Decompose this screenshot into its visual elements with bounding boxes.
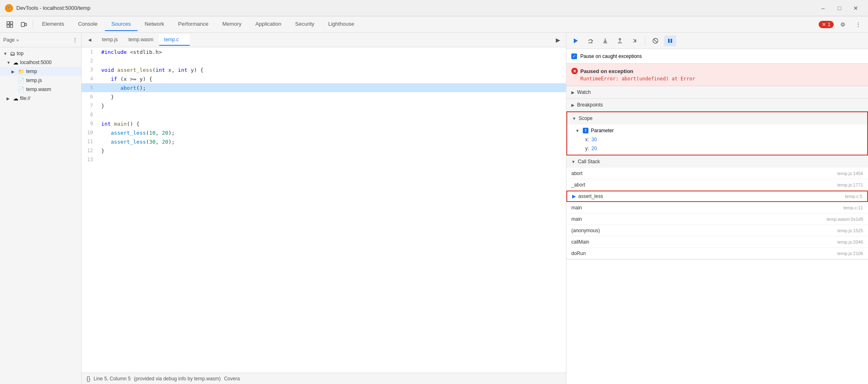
error-badge[interactable]: ✕ 1 — [819, 21, 834, 28]
code-content-2 — [98, 58, 566, 64]
tab-security[interactable]: Security — [289, 18, 321, 31]
code-line-5: 5 abort(); — [82, 83, 566, 92]
tree-item-fileprotocol[interactable]: ▶ ☁ file:// — [0, 94, 81, 103]
code-content-1: #include <stdlib.h> — [98, 49, 566, 55]
step-button[interactable] — [628, 36, 641, 46]
center-panel: ◀ temp.js temp.wasm temp.c ✕ ▶ 1 #includ… — [82, 33, 566, 384]
pause-exceptions-label: Pause on caught exceptions — [580, 53, 642, 59]
watch-section-header[interactable]: ▶ Watch — [566, 86, 868, 98]
tree-label-tempwasm: temp.wasm — [26, 87, 51, 92]
scope-x-key: x: — [585, 137, 589, 142]
tree-label-top: top — [17, 51, 24, 56]
callstack-item-abort[interactable]: abort temp.js:1456 — [566, 168, 868, 179]
tab-application[interactable]: Application — [249, 18, 288, 31]
tree-label-tempjs: temp.js — [26, 78, 42, 83]
status-bar: {} Line 5, Column 5 (provided via debug … — [82, 373, 566, 384]
code-line-3: 3 void assert_less(int x, int y) { — [82, 65, 566, 74]
editor-tab-tempc[interactable]: temp.c ✕ — [159, 34, 190, 46]
code-content-9: int main() { — [98, 121, 566, 127]
code-line-11: 11 assert_less(30, 20); — [82, 137, 566, 146]
callstack-item-dorun[interactable]: doRun temp.js:2106 — [566, 248, 868, 259]
settings-button[interactable]: ⚙ — [836, 19, 849, 30]
scope-x-value: 30 — [591, 137, 597, 142]
callstack-name-dorun: doRun — [571, 251, 837, 256]
tab-lighthouse[interactable]: Lighthouse — [322, 18, 361, 31]
pause-button[interactable] — [664, 36, 676, 46]
step-over-button[interactable] — [584, 36, 597, 46]
editor-tabs: ◀ temp.js temp.wasm temp.c ✕ ▶ — [82, 33, 566, 47]
breakpoints-label: Breakpoints — [577, 102, 603, 108]
pause-exceptions-checkbox[interactable] — [571, 53, 577, 59]
tree-item-tempwasm[interactable]: 📄 temp.wasm — [0, 85, 81, 94]
tree-item-top[interactable]: ▼ 🗂 top — [0, 49, 81, 58]
deactivate-breakpoints-button[interactable] — [649, 36, 662, 46]
folder-icon-top: 🗂 — [10, 51, 15, 57]
inspect-icon-button[interactable] — [3, 19, 16, 30]
callstack-section-header[interactable]: ▼ Call Stack — [566, 155, 868, 168]
editor-nav-back[interactable]: ◀ — [83, 34, 96, 46]
callstack-item-abort2[interactable]: _abort temp.js:1771 — [566, 179, 868, 191]
tab-performance[interactable]: Performance — [171, 18, 215, 31]
scope-arrow-icon: ▼ — [572, 116, 576, 121]
left-panel-header: Page » ⋮ — [0, 33, 81, 47]
editor-tab-tempjs[interactable]: temp.js — [97, 34, 123, 46]
device-toolbar-button[interactable] — [17, 19, 30, 30]
more-options-button[interactable]: ⋮ — [852, 19, 865, 30]
callstack-name-anonymous: (anonymous) — [571, 228, 837, 233]
tab-network[interactable]: Network — [138, 18, 171, 31]
code-editor[interactable]: 1 #include <stdlib.h> 2 3 void assert_le… — [82, 47, 566, 373]
callstack-item-main1[interactable]: main temp.c:11 — [566, 202, 868, 213]
code-content-11: assert_less(30, 20); — [98, 139, 566, 145]
line-num-9: 9 — [82, 121, 98, 127]
code-line-10: 10 assert_less(10, 20); — [82, 128, 566, 137]
left-panel: Page » ⋮ ▼ 🗂 top ▼ ☁ localhost:5000 ▶ 📁 … — [0, 33, 82, 384]
chevron-double-icon: » — [16, 38, 19, 42]
app-icon: 🔧 — [5, 4, 13, 12]
error-count: 1 — [828, 22, 830, 27]
tab-console[interactable]: Console — [71, 18, 104, 31]
code-line-8: 8 — [82, 110, 566, 119]
code-line-9: 9 int main() { — [82, 119, 566, 128]
editor-tab-tempwasm[interactable]: temp.wasm — [124, 34, 158, 46]
more-icon[interactable]: ⋮ — [72, 37, 78, 43]
callstack-item-main2[interactable]: main temp.wasm:0x1d9 — [566, 213, 868, 225]
callstack-name-main2: main — [571, 216, 827, 222]
tab-more-button[interactable]: ▶ — [551, 34, 564, 46]
tree-item-localhost[interactable]: ▼ ☁ localhost:5000 — [0, 58, 81, 67]
toolbar-separator-1 — [33, 20, 33, 29]
resume-button[interactable] — [570, 36, 582, 46]
close-button[interactable]: ✕ — [848, 2, 863, 14]
pause-exceptions: Pause on caught exceptions — [566, 49, 868, 64]
breakpoints-arrow-icon: ▶ — [571, 103, 575, 107]
svg-rect-16 — [670, 39, 672, 43]
minimize-button[interactable]: – — [816, 2, 830, 14]
maximize-button[interactable]: □ — [832, 2, 847, 14]
cloud-icon-localhost: ☁ — [13, 60, 18, 66]
tree-item-temp[interactable]: ▶ 📁 temp — [0, 67, 81, 76]
exception-title: ✕ Paused on exception — [571, 68, 863, 74]
folder-icon-temp: 📁 — [18, 69, 24, 75]
file-icon-tempjs: 📄 — [18, 78, 24, 84]
tab-sources[interactable]: Sources — [105, 18, 138, 31]
tree-item-tempjs[interactable]: 📄 temp.js — [0, 76, 81, 85]
breakpoints-section-header[interactable]: ▶ Breakpoints — [566, 99, 868, 111]
exception-banner: ✕ Paused on exception RuntimeError: abor… — [566, 64, 868, 86]
tab-elements[interactable]: Elements — [36, 18, 71, 31]
scope-param-icon: f — [583, 128, 588, 133]
scope-parameter-item[interactable]: ▼ f Parameter — [572, 126, 862, 135]
tab-memory[interactable]: Memory — [216, 18, 248, 31]
step-into-button[interactable] — [599, 36, 611, 46]
callstack-item-callmain[interactable]: callMain temp.js:2046 — [566, 236, 868, 248]
callstack-item-assertless[interactable]: ▶ assert_less temp.c:5 — [566, 191, 868, 202]
debug-toolbar — [566, 33, 868, 49]
step-out-button[interactable] — [614, 36, 626, 46]
callstack-section: ▼ Call Stack abort temp.js:1456 _abort t… — [566, 155, 868, 260]
tab-label-tempwasm: temp.wasm — [129, 37, 153, 42]
svg-marker-6 — [574, 38, 578, 43]
callstack-item-anonymous[interactable]: (anonymous) temp.js:1525 — [566, 225, 868, 236]
additional-info: (provided via debug info by temp.wasm) — [134, 376, 221, 382]
callstack-name-assertless: assert_less — [578, 193, 845, 199]
watch-label: Watch — [577, 89, 591, 95]
error-x-icon: ✕ — [822, 22, 826, 27]
scope-section-header[interactable]: ▼ Scope — [567, 112, 867, 124]
